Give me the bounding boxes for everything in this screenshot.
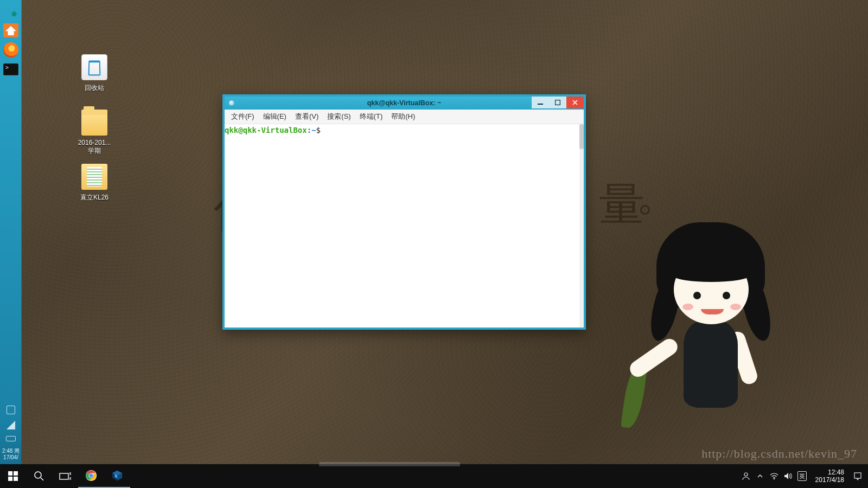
- svg-point-19: [744, 473, 748, 476]
- desktop-icon-folder-sem[interactable]: 2016-201... 学期: [69, 110, 119, 156]
- minimize-button[interactable]: [532, 97, 549, 108]
- wallpaper-period-circle: [640, 205, 650, 215]
- windows-taskbar: 英 12:48 2017/4/18: [0, 464, 868, 488]
- svg-rect-9: [69, 472, 71, 475]
- tray-ime-icon[interactable]: 英: [797, 471, 807, 481]
- vm-bottom-handle: [319, 462, 460, 466]
- svg-rect-22: [854, 473, 861, 478]
- terminal-menu-item-2[interactable]: 查看(V): [291, 110, 323, 123]
- search-icon: [34, 471, 44, 481]
- desktop-icon-label: 回收站: [69, 84, 119, 93]
- tray-wifi-icon[interactable]: [769, 471, 779, 481]
- maximize-button[interactable]: [549, 97, 566, 108]
- svg-point-14: [90, 474, 93, 477]
- wallpaper-mascot: [640, 222, 781, 450]
- folder-icon: [81, 110, 107, 136]
- watermark-text: http://blog.csdn.net/kevin_97: [701, 447, 857, 461]
- minimize-icon: [538, 100, 543, 105]
- prompt-symbol: $: [316, 126, 321, 134]
- svg-rect-0: [538, 104, 543, 105]
- terminal-menubar: 文件(F)编辑(E)查看(V)搜索(S)终端(T)帮助(H): [225, 110, 584, 124]
- guest-terminal-launcher[interactable]: [2, 61, 20, 78]
- desktop-icon-label: 直立KL26: [69, 193, 119, 202]
- taskbar-virtualbox[interactable]: [104, 464, 130, 488]
- svg-rect-8: [60, 473, 68, 479]
- svg-rect-10: [69, 477, 71, 480]
- system-tray: 英 12:48 2017/4/18: [736, 468, 868, 484]
- terminal-menu-item-3[interactable]: 搜索(S): [323, 110, 355, 123]
- svg-marker-21: [784, 473, 788, 479]
- taskbar-clock[interactable]: 12:48 2017/4/18: [811, 468, 848, 484]
- terminal-menu-item-0[interactable]: 文件(F): [227, 110, 259, 123]
- prompt-path: ~: [311, 126, 316, 134]
- guest-tray-battery-icon[interactable]: [6, 436, 16, 441]
- guest-panel-clock[interactable]: 2:48 周 17/04/: [0, 447, 22, 464]
- tray-chevron-up-icon[interactable]: [755, 471, 765, 481]
- svg-line-7: [41, 478, 43, 480]
- prompt-userhost: qkk@qkk-VirtualBox: [225, 126, 307, 134]
- terminal-scrollbar[interactable]: [579, 124, 584, 328]
- window-menu-icon[interactable]: [229, 100, 234, 106]
- desktop-icon-label: 2016-201... 学期: [69, 139, 119, 156]
- prompt-sep: :: [307, 126, 311, 134]
- svg-rect-2: [8, 471, 12, 476]
- guest-panel: 2:48 周 17/04/: [0, 0, 22, 464]
- firefox-icon: [3, 42, 18, 57]
- terminal-inner: 文件(F)编辑(E)查看(V)搜索(S)终端(T)帮助(H) qkk@qkk-V…: [225, 110, 584, 328]
- taskbar-date: 2017/4/18: [815, 476, 844, 484]
- recycle-icon: [81, 54, 107, 80]
- guest-start-menu[interactable]: [2, 2, 20, 20]
- guest-firefox[interactable]: [2, 41, 20, 59]
- svg-point-20: [774, 479, 775, 480]
- terminal-icon: [3, 63, 18, 75]
- svg-rect-5: [14, 477, 18, 481]
- start-button[interactable]: [0, 464, 26, 488]
- wallpaper-text-right: 量: [599, 174, 654, 235]
- clip-icon: [81, 164, 107, 190]
- files-icon: [3, 23, 18, 37]
- close-icon: [572, 100, 578, 105]
- taskbar-time: 12:48: [815, 468, 844, 476]
- desktop-icon-folder-kl26[interactable]: 直立KL26: [69, 164, 119, 202]
- tray-notifications-icon[interactable]: [853, 471, 863, 481]
- terminal-menu-item-5[interactable]: 帮助(H): [387, 110, 419, 123]
- svg-point-6: [35, 472, 41, 478]
- search-button[interactable]: [26, 464, 52, 488]
- virtualbox-icon: [111, 470, 123, 481]
- tray-volume-icon[interactable]: [783, 471, 793, 481]
- tray-people-icon[interactable]: [741, 471, 751, 481]
- desktop-icon-recycle-bin[interactable]: 回收站: [69, 54, 119, 93]
- taskview-icon: [59, 472, 71, 480]
- guest-tray-sound-icon[interactable]: [7, 406, 15, 414]
- taskbar-chrome[interactable]: [78, 464, 104, 488]
- terminal-window[interactable]: qkk@qkk-VirtualBox: ~ 文件(F)编辑(E)查看(V)搜索(…: [222, 94, 586, 330]
- maximize-icon: [555, 100, 560, 105]
- windows-icon: [8, 471, 18, 481]
- svg-rect-3: [14, 471, 18, 476]
- terminal-body[interactable]: qkk@qkk-VirtualBox:~$: [225, 124, 584, 328]
- terminal-title: qkk@qkk-VirtualBox: ~: [225, 99, 584, 107]
- svg-rect-1: [556, 100, 560, 105]
- host-desktop: 信 量 2:48 周 17/04/ 回收站2016-201... 学期直立KL2…: [0, 0, 868, 488]
- terminal-menu-item-4[interactable]: 终端(T): [355, 110, 387, 123]
- close-button[interactable]: [566, 97, 584, 108]
- guest-file-manager[interactable]: [2, 22, 20, 39]
- guest-tray-network-icon[interactable]: [7, 421, 15, 429]
- svg-rect-4: [8, 477, 12, 481]
- terminal-titlebar[interactable]: qkk@qkk-VirtualBox: ~: [225, 97, 584, 110]
- chrome-icon: [85, 470, 97, 481]
- terminal-menu-item-1[interactable]: 编辑(E): [259, 110, 291, 123]
- taskview-button[interactable]: [52, 464, 78, 488]
